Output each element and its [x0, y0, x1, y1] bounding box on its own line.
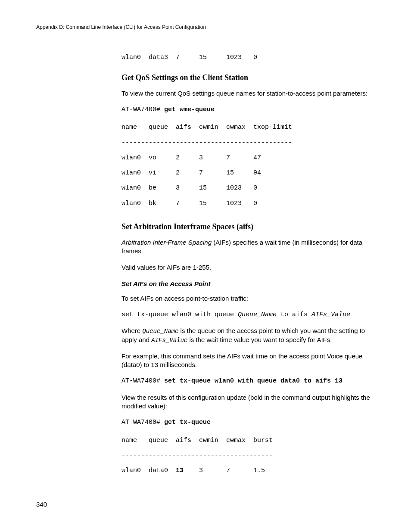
heading-set-aifs: Set Arbitration Interframe Spaces (aifs): [121, 222, 371, 231]
para-4: To set AIFs on access point-to-station t…: [121, 294, 371, 303]
para-3: Valid values for AIFs are 1-255.: [121, 263, 371, 272]
para-2: Arbitration Inter-Frame Spacing (AIFs) s…: [121, 238, 371, 256]
command-set-tx-queue-syntax: set tx-queue wlan0 with queue Queue_Name…: [121, 311, 371, 319]
table-header: name queue aifs cwmin cwmax txop-limit: [121, 124, 292, 131]
data-row-top: wlan0 data3 7 15 1023 0: [121, 53, 371, 62]
page-number: 340: [36, 501, 47, 508]
table-rule: ---------------------------------------: [121, 452, 273, 459]
para-1: To view the current QoS settings queue n…: [121, 89, 371, 98]
para-7: View the results of this configuration u…: [121, 393, 371, 411]
para-6: For example, this command sets the AIFs …: [121, 352, 371, 370]
table-tx-queue: name queue aifs cwmin cwmax burst ------…: [121, 433, 371, 479]
table-row: wlan0 data0 13 3 7 1.5: [121, 467, 265, 474]
command-get-wme-queue: AT-WA7400# get wme-queue: [121, 106, 371, 114]
heading-get-qos: Get QoS Settings on the Client Station: [121, 73, 371, 82]
table-row: wlan0 vi 2 7 15 94: [121, 169, 261, 177]
table-row: wlan0 vo 2 3 7 47: [121, 154, 261, 162]
table-row: wlan0 bk 7 15 1023 0: [121, 200, 257, 207]
subheading-set-aifs-ap: Set AIFs on the Access Point: [121, 280, 371, 287]
command-get-tx-queue: AT-WA7400# get tx-queue: [121, 418, 371, 427]
table-wme-queue: name queue aifs cwmin cwmax txop-limit -…: [121, 120, 371, 211]
table-row: wlan0 be 3 15 1023 0: [121, 184, 257, 192]
running-header: Appendix D: Command Line Interface (CLI)…: [36, 24, 375, 30]
para-5: Where Queue_Name is the queue on the acc…: [121, 327, 371, 344]
command-set-tx-queue-example: AT-WA7400# set tx-queue wlan0 with queue…: [121, 377, 371, 386]
main-content: wlan0 data3 7 15 1023 0 Get QoS Settings…: [121, 53, 371, 479]
table-rule: ----------------------------------------…: [121, 139, 292, 146]
table-header: name queue aifs cwmin cwmax burst: [121, 437, 273, 444]
